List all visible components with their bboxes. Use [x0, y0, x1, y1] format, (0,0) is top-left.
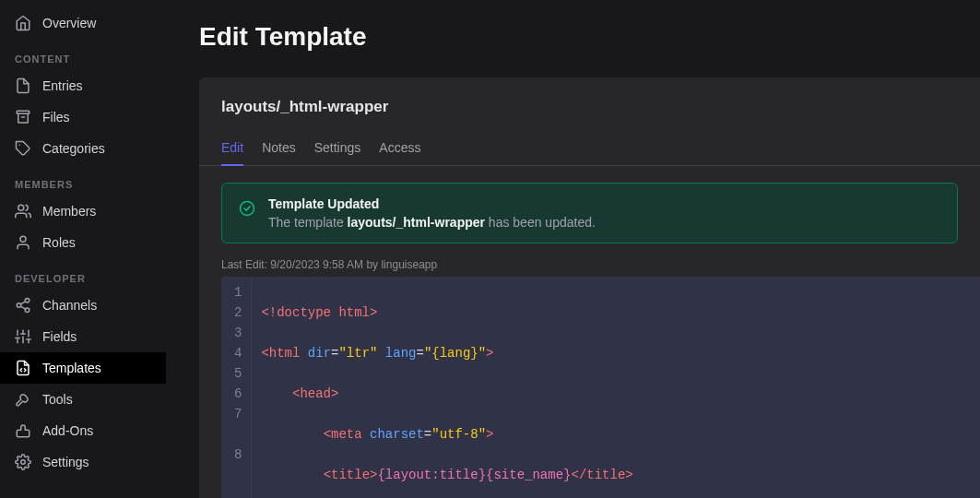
svg-point-4	[20, 236, 26, 242]
sidebar-item-label: Members	[42, 204, 96, 219]
main-content: Edit Template layouts/_html-wrapper Edit…	[166, 0, 980, 498]
code-token: charset	[370, 427, 424, 442]
sidebar-item-overview[interactable]: Overview	[0, 7, 166, 39]
line-number: 5	[234, 363, 242, 384]
sidebar-item-settings[interactable]: Settings	[0, 446, 166, 478]
sidebar-item-label: Entries	[42, 78, 83, 93]
sidebar-item-addons[interactable]: Add-Ons	[0, 415, 166, 446]
template-panel: layouts/_html-wrapper Edit Notes Setting…	[199, 77, 980, 498]
users-icon	[15, 203, 31, 219]
svg-line-9	[20, 302, 25, 304]
sidebar-section-developer: DEVELOPER	[0, 258, 166, 290]
tabs: Edit Notes Settings Access	[199, 133, 980, 166]
sidebar-item-files[interactable]: Files	[0, 101, 166, 133]
line-number: 6	[234, 384, 242, 404]
sidebar-item-templates[interactable]: Templates	[0, 352, 166, 384]
code-token: >	[486, 427, 493, 442]
sidebar-item-label: Fields	[42, 329, 77, 344]
check-circle-icon	[239, 200, 255, 220]
sidebar-item-channels[interactable]: Channels	[0, 290, 166, 321]
editor-code[interactable]: <!doctype html> <html dir="ltr" lang="{l…	[252, 277, 912, 498]
sidebar-item-fields[interactable]: Fields	[0, 321, 166, 352]
code-token: >	[486, 346, 493, 361]
alert-title: Template Updated	[268, 196, 596, 211]
code-token: <!doctype html>	[261, 305, 377, 320]
code-token: <head>	[292, 386, 338, 401]
line-number: 3	[234, 323, 242, 343]
document-icon	[15, 77, 31, 94]
sidebar-item-label: Templates	[42, 361, 101, 375]
alert-text-name: layouts/_html-wrapper	[348, 215, 485, 230]
svg-line-8	[20, 306, 25, 309]
sidebar-item-roles[interactable]: Roles	[0, 227, 166, 258]
last-edit-label: Last Edit: 9/20/2023 9:58 AM by linguise…	[199, 258, 980, 277]
sidebar-item-categories[interactable]: Categories	[0, 133, 166, 164]
code-token: <title>	[324, 468, 378, 482]
user-icon	[15, 234, 31, 251]
sliders-icon	[15, 328, 31, 345]
archive-icon	[15, 109, 31, 125]
sidebar-item-label: Settings	[42, 455, 89, 469]
code-token: "{lang}"	[424, 346, 486, 361]
tab-edit[interactable]: Edit	[221, 133, 243, 166]
line-number: 8	[234, 445, 242, 465]
sidebar-item-label: Tools	[42, 392, 73, 407]
sidebar-item-label: Add-Ons	[42, 423, 93, 438]
tab-access[interactable]: Access	[379, 133, 420, 166]
sidebar-section-members: MEMBERS	[0, 164, 166, 196]
sidebar-item-label: Files	[42, 110, 70, 125]
code-token: <meta	[324, 427, 370, 442]
sidebar-item-entries[interactable]: Entries	[0, 70, 166, 101]
sidebar-item-members[interactable]: Members	[0, 196, 166, 227]
code-token: <html	[261, 346, 307, 361]
code-token: dir	[308, 346, 331, 361]
share-icon	[15, 297, 31, 314]
line-number: 1	[234, 282, 242, 302]
puzzle-icon	[15, 422, 31, 439]
alert-body: Template Updated The template layouts/_h…	[268, 196, 596, 230]
sidebar-item-label: Channels	[42, 298, 97, 313]
sidebar-section-content: CONTENT	[0, 39, 166, 70]
sidebar-item-label: Overview	[42, 16, 96, 30]
code-token: {layout:title}{site_name}	[377, 468, 571, 482]
code-token: lang	[377, 346, 416, 361]
line-number: 2	[234, 302, 242, 323]
alert-text-prefix: The template	[268, 215, 348, 230]
panel-title: layouts/_html-wrapper	[221, 98, 958, 116]
code-token: =	[424, 427, 431, 442]
editor-gutter: 1 2 3 4 5 6 7 8	[221, 277, 252, 498]
sidebar: Overview CONTENT Entries Files Categorie…	[0, 0, 166, 498]
sidebar-item-label: Categories	[42, 141, 105, 156]
line-number: 7	[234, 404, 242, 424]
sidebar-item-label: Roles	[42, 235, 76, 250]
line-number: 4	[234, 343, 242, 363]
sidebar-item-tools[interactable]: Tools	[0, 384, 166, 415]
home-icon	[15, 15, 31, 31]
code-token: "ltr"	[338, 346, 377, 361]
alert-text-suffix: has been updated.	[485, 215, 596, 230]
tag-icon	[15, 140, 31, 157]
gear-icon	[15, 454, 31, 470]
svg-point-20	[241, 202, 254, 216]
tab-notes[interactable]: Notes	[262, 133, 296, 166]
svg-point-19	[21, 460, 26, 465]
success-alert: Template Updated The template layouts/_h…	[221, 183, 958, 243]
alert-message: The template layouts/_html-wrapper has b…	[268, 215, 596, 230]
svg-point-3	[18, 205, 24, 210]
wrench-icon	[15, 391, 31, 408]
code-token: =	[416, 346, 423, 361]
code-token: </title>	[571, 468, 632, 482]
page-title: Edit Template	[199, 22, 980, 52]
panel-header: layouts/_html-wrapper	[199, 77, 980, 133]
code-editor[interactable]: 1 2 3 4 5 6 7 8 <!doctype html> <html di…	[221, 277, 980, 498]
tab-settings[interactable]: Settings	[314, 133, 361, 166]
code-file-icon	[15, 360, 31, 376]
code-token: "utf-8"	[431, 427, 486, 442]
